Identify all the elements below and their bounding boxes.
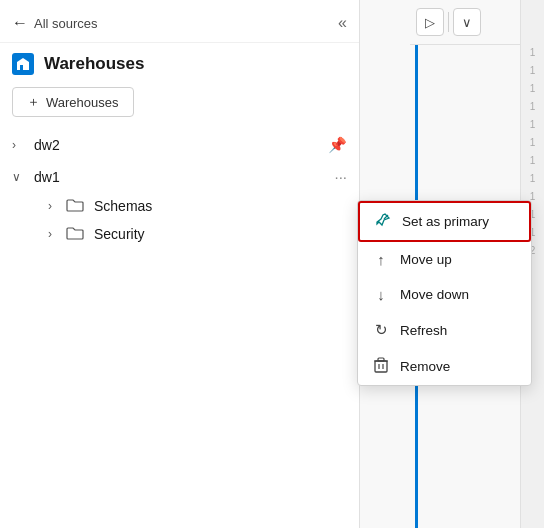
menu-item-move-up[interactable]: ↑ Move up xyxy=(358,242,531,277)
svg-marker-1 xyxy=(17,58,29,62)
dropdown-button[interactable]: ∨ xyxy=(453,8,481,36)
folder-icon xyxy=(66,198,86,214)
menu-item-move-down[interactable]: ↓ Move down xyxy=(358,277,531,312)
line-num-5: 1 xyxy=(530,116,536,134)
menu-item-refresh[interactable]: ↻ Refresh xyxy=(358,312,531,348)
panel-header: Warehouses xyxy=(0,43,359,81)
svg-rect-4 xyxy=(375,361,387,372)
context-menu: Set as primary ↑ Move up ↓ Move down ↻ R… xyxy=(357,200,532,386)
schemas-chevron-icon: › xyxy=(48,199,66,213)
svg-rect-2 xyxy=(20,65,23,70)
top-nav: ← All sources « xyxy=(0,0,359,43)
sub-item-schemas[interactable]: › Schemas xyxy=(0,192,359,220)
security-folder-icon xyxy=(66,226,86,242)
refresh-label: Refresh xyxy=(400,323,447,338)
collapse-button[interactable]: « xyxy=(338,14,347,32)
back-arrow-icon[interactable]: ← xyxy=(12,14,28,32)
move-down-icon: ↓ xyxy=(372,286,390,303)
trash-icon xyxy=(372,357,390,376)
move-up-label: Move up xyxy=(400,252,452,267)
toolbar-divider xyxy=(448,12,449,32)
line-num-3: 1 xyxy=(530,80,536,98)
menu-item-set-primary[interactable]: Set as primary xyxy=(360,203,529,240)
chevron-down-icon: ∨ xyxy=(12,170,30,184)
line-num-6: 1 xyxy=(530,134,536,152)
security-chevron-icon: › xyxy=(48,227,66,241)
line-num-4: 1 xyxy=(530,98,536,116)
sub-item-security[interactable]: › Security xyxy=(0,220,359,248)
left-panel: ← All sources « Warehouses ＋ Warehouses … xyxy=(0,0,360,528)
nav-title: All sources xyxy=(34,16,98,31)
line-num-7: 1 xyxy=(530,152,536,170)
security-label: Security xyxy=(94,226,145,242)
add-warehouse-button[interactable]: ＋ Warehouses xyxy=(12,87,134,117)
line-num-1: 1 xyxy=(530,44,536,62)
play-icon: ▷ xyxy=(425,15,435,30)
move-up-icon: ↑ xyxy=(372,251,390,268)
dropdown-icon: ∨ xyxy=(462,15,472,30)
play-button[interactable]: ▷ xyxy=(416,8,444,36)
add-button-row: ＋ Warehouses xyxy=(0,81,359,129)
chevron-right-icon: › xyxy=(12,138,30,152)
menu-item-remove[interactable]: Remove xyxy=(358,348,531,385)
set-primary-label: Set as primary xyxy=(402,214,489,229)
dw2-label: dw2 xyxy=(34,137,60,153)
add-button-label: Warehouses xyxy=(46,95,119,110)
move-down-label: Move down xyxy=(400,287,469,302)
schemas-label: Schemas xyxy=(94,198,152,214)
right-toolbar: ▷ ∨ xyxy=(410,0,520,45)
warehouse-icon xyxy=(12,53,34,75)
pin-primary-icon xyxy=(374,212,392,231)
plus-icon: ＋ xyxy=(27,93,40,111)
remove-label: Remove xyxy=(400,359,450,374)
panel-title: Warehouses xyxy=(44,54,144,74)
more-options-icon[interactable]: ··· xyxy=(334,168,347,185)
dw1-label: dw1 xyxy=(34,169,60,185)
pin-icon[interactable]: 📌 xyxy=(328,136,347,154)
refresh-icon: ↻ xyxy=(372,321,390,339)
tree-item-dw2[interactable]: › dw2 📌 xyxy=(0,129,359,161)
line-num-2: 1 xyxy=(530,62,536,80)
line-num-8: 1 xyxy=(530,170,536,188)
set-primary-highlight: Set as primary xyxy=(358,201,531,242)
tree-item-dw1[interactable]: ∨ dw1 ··· xyxy=(0,161,359,192)
